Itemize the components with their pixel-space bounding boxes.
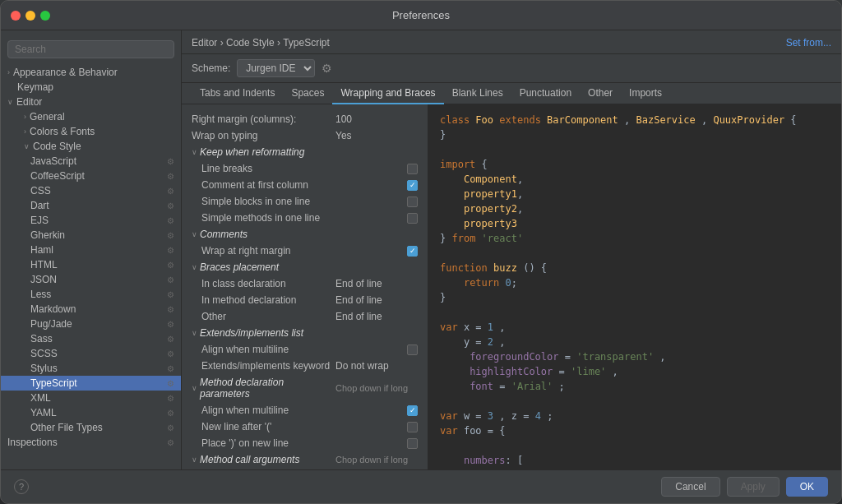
window-controls [11,11,50,21]
wrap-on-typing-value: Yes [335,130,418,141]
tab-imports[interactable]: Imports [621,83,670,104]
cancel-button[interactable]: Cancel [661,477,719,497]
sidebar-item-keymap[interactable]: Keymap [1,80,181,95]
tab-tabs-indents[interactable]: Tabs and Indents [192,83,283,104]
sidebar-item-haml[interactable]: Haml ⚙ [1,243,181,257]
in-class-value: End of line [335,278,418,289]
sidebar-item-html[interactable]: HTML ⚙ [1,257,181,272]
code-line: var foo = { [440,423,830,438]
arrow-icon: › [7,68,10,76]
sidebar-item-json[interactable]: JSON ⚙ [1,272,181,287]
scheme-gear-button[interactable]: ⚙ [322,62,332,75]
comment-first-col-row: Comment at first column [182,177,428,193]
sidebar-item-editor[interactable]: ∨ Editor [1,95,181,109]
gear-icon: ⚙ [167,379,174,388]
sidebar-item-scss[interactable]: SCSS ⚙ [1,346,181,361]
sidebar-item-colors[interactable]: › Colors & Fonts [1,124,181,139]
minimize-button[interactable] [25,11,35,21]
arrow-icon: › [24,127,26,136]
method-align-checkbox[interactable] [407,405,418,416]
code-line: property2, [440,201,830,216]
main-panel: Editor › Code Style › TypeScript Set fro… [182,30,841,469]
gear-icon: ⚙ [167,409,174,418]
close-button[interactable] [11,11,21,21]
call-args-header: Method call arguments [200,454,332,465]
sidebar-item-xml[interactable]: XML ⚙ [1,391,181,405]
tab-wrapping[interactable]: Wrapping and Braces [332,83,443,104]
gear-icon: ⚙ [167,349,174,358]
sidebar-item-yaml[interactable]: YAML ⚙ [1,405,181,420]
sidebar-item-javascript[interactable]: JavaScript ⚙ [1,154,181,169]
tab-other[interactable]: Other [580,83,621,104]
sidebar-item-markdown[interactable]: Markdown ⚙ [1,302,181,317]
code-line: import { [440,157,830,172]
code-line: return 0; [440,275,830,290]
collapse-icon: ∨ [192,148,197,156]
code-line: property3 [440,216,830,231]
sidebar-item-general[interactable]: › General [1,109,181,124]
code-line: foregroundColor = 'transparent' , [440,349,830,364]
sidebar-item-pugjade[interactable]: Pug/Jade ⚙ [1,317,181,331]
line-breaks-row: Line breaks [182,160,428,177]
wrap-on-typing-row: Wrap on typing Yes [182,127,428,144]
wrap-at-margin-checkbox[interactable] [407,246,418,257]
gear-icon: ⚙ [167,261,174,270]
call-args-section: ∨ Method call arguments Chop down if lon… [182,451,428,468]
arrow-icon: ∨ [24,142,30,150]
sidebar-item-ejs[interactable]: EJS ⚙ [1,213,181,228]
scheme-select[interactable]: Jurgen IDE [237,59,315,77]
sidebar-item-codestyle[interactable]: ∨ Code Style [1,139,181,154]
gear-icon: ⚙ [167,320,174,329]
tab-spaces[interactable]: Spaces [283,83,332,104]
in-class-row: In class declaration End of line [182,275,428,292]
scheme-row: Scheme: Jurgen IDE ⚙ [182,54,841,83]
sidebar-item-coffeescript[interactable]: CoffeeScript ⚙ [1,169,181,183]
keep-reformatting-section: ∨ Keep when reformatting [182,144,428,160]
window-title: Preferences [392,9,450,21]
arrow-icon: ∨ [7,98,13,106]
ok-button[interactable]: OK [786,477,828,497]
in-method-value: End of line [335,294,418,306]
simple-blocks-row: Simple blocks in one line [182,193,428,210]
search-input[interactable] [7,40,174,58]
sidebar-item-inspections[interactable]: Inspections ⚙ [1,435,181,450]
apply-button[interactable]: Apply [727,477,780,497]
sidebar-item-sass[interactable]: Sass ⚙ [1,331,181,346]
comment-first-col-checkbox[interactable] [407,180,418,191]
sidebar-item-css[interactable]: CSS ⚙ [1,183,181,198]
tab-blank-lines[interactable]: Blank Lines [444,83,511,104]
sidebar-item-typescript[interactable]: TypeScript ⚙ [1,376,181,391]
sidebar-item-gherkin[interactable]: Gherkin ⚙ [1,228,181,243]
simple-blocks-checkbox[interactable] [407,197,418,207]
method-place-checkbox[interactable] [407,438,418,449]
help-button[interactable]: ? [14,479,29,494]
method-newline-checkbox[interactable] [407,422,418,432]
keep-reformatting-header: Keep when reformatting [200,146,418,158]
sidebar-item-appearance[interactable]: › Appearance & Behavior [1,65,181,80]
set-from-link[interactable]: Set from... [786,37,831,49]
align-multiline-checkbox[interactable] [407,344,418,355]
code-line: var x = 1 , [440,320,830,335]
method-align-row: Align when multiline [182,402,428,418]
tab-punctuation[interactable]: Punctuation [511,83,580,104]
sidebar-item-stylus[interactable]: Stylus ⚙ [1,361,181,376]
gear-icon: ⚙ [167,335,174,344]
in-method-label: In method declaration [192,294,335,306]
simple-methods-checkbox[interactable] [407,213,418,224]
gear-icon: ⚙ [167,364,174,373]
sidebar-item-dart[interactable]: Dart ⚙ [1,198,181,213]
gear-icon: ⚙ [167,305,174,314]
extends-keyword-row: Extends/implements keyword Do not wrap [182,358,428,374]
bottom-bar: ? Cancel Apply OK [1,469,841,503]
wrap-at-margin-row: Wrap at right margin [182,243,428,259]
code-line [440,246,830,261]
line-breaks-checkbox[interactable] [407,164,418,174]
code-preview: class Foo extends BarComponent , BazServ… [428,104,841,469]
maximize-button[interactable] [40,11,50,21]
call-args-value: Chop down if long [335,455,418,465]
sidebar-item-less[interactable]: Less ⚙ [1,287,181,302]
collapse-icon: ∨ [192,263,197,271]
other-label: Other [192,311,335,322]
sidebar-item-otherfiles[interactable]: Other File Types ⚙ [1,420,181,435]
right-margin-row: Right margin (columns): 100 [182,111,428,127]
